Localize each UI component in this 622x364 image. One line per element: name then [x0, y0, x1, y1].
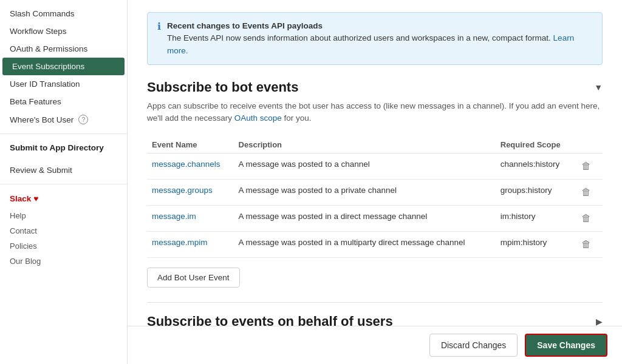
sidebar-item-label: Review & Submit: [10, 166, 72, 175]
sidebar-section-submit: Submit to App Directory: [0, 139, 127, 157]
info-banner-title: Recent changes to Events API payloads: [167, 21, 323, 30]
event-name-cell: message.mpim: [147, 232, 234, 258]
info-banner-description: The Events API now sends information abo…: [167, 33, 551, 42]
event-name-cell: message.channels: [147, 153, 234, 180]
sidebar-item-label: Slash Commands: [10, 9, 75, 18]
col-actions: [573, 136, 603, 153]
event-action-cell: 🗑: [573, 180, 603, 206]
main-panel: ℹ Recent changes to Events API payloads …: [128, 0, 622, 364]
col-description: Description: [234, 136, 496, 153]
sidebar-item-label: Event Subscriptions: [12, 62, 84, 71]
sidebar-item-oauth-permissions[interactable]: OAuth & Permissions: [0, 40, 127, 58]
brand-name: Slack: [10, 194, 31, 203]
sidebar-footer-help[interactable]: Help: [0, 208, 127, 223]
help-icon: ?: [78, 115, 88, 124]
sidebar-item-label: User ID Translation: [10, 79, 80, 89]
behalf-section-title: Subscribe to events on behalf of users: [147, 314, 393, 326]
sidebar-footer-blog[interactable]: Our Blog: [0, 254, 127, 269]
bot-events-desc-end: for you.: [284, 113, 311, 123]
chevron-down-icon: ▼: [594, 83, 603, 92]
sidebar-item-label: Beta Features: [10, 97, 61, 106]
section-header-label: Submit to App Directory: [10, 143, 104, 152]
behalf-section: Subscribe to events on behalf of users ▶: [147, 302, 603, 326]
sidebar-footer-contact[interactable]: Contact: [0, 223, 127, 238]
sidebar-item-label: Where's Bot User: [10, 115, 73, 124]
bot-events-desc-text: Apps can subscribe to receive events the…: [147, 101, 600, 123]
slack-brand: Slack ♥: [0, 189, 127, 208]
table-row: message.imA message was posted in a dire…: [147, 206, 603, 232]
event-name-link[interactable]: message.im: [152, 212, 196, 221]
delete-event-button[interactable]: 🗑: [578, 160, 595, 173]
table-row: message.mpimA message was posted in a mu…: [147, 232, 603, 258]
bot-events-header: Subscribe to bot events ▼: [147, 79, 603, 95]
table-row: message.channelsA message was posted to …: [147, 153, 603, 180]
footer-link-label: Policies: [10, 241, 37, 251]
footer-link-label: Help: [10, 211, 26, 220]
main-content: ℹ Recent changes to Events API payloads …: [128, 0, 622, 326]
sidebar-item-label: Workflow Steps: [10, 27, 67, 36]
info-icon: ℹ: [157, 21, 161, 32]
event-scope-cell: channels:history: [496, 153, 573, 180]
event-scope-cell: im:history: [496, 206, 573, 232]
event-description-cell: A message was posted in a multiparty dir…: [234, 232, 496, 258]
footer-bar: Discard Changes Save Changes: [128, 326, 622, 364]
col-event-name: Event Name: [147, 136, 234, 153]
save-changes-button[interactable]: Save Changes: [525, 334, 607, 357]
sidebar-item-slash-commands[interactable]: Slash Commands: [0, 5, 127, 22]
col-required-scope: Required Scope: [496, 136, 573, 153]
events-table: Event Name Description Required Scope me…: [147, 136, 603, 258]
sidebar-footer-policies[interactable]: Policies: [0, 238, 127, 254]
event-scope-cell: mpim:history: [496, 232, 573, 258]
add-bot-user-event-button[interactable]: Add Bot User Event: [147, 268, 240, 288]
event-name-cell: message.groups: [147, 180, 234, 206]
bot-events-title: Subscribe to bot events: [147, 79, 298, 95]
event-action-cell: 🗑: [573, 153, 603, 180]
heart-icon: ♥: [33, 194, 38, 203]
sidebar-item-beta-features[interactable]: Beta Features: [0, 93, 127, 110]
chevron-right-icon: ▶: [596, 317, 603, 326]
sidebar-item-wheres-bot-user[interactable]: Where's Bot User ?: [0, 110, 127, 129]
event-name-link[interactable]: message.channels: [152, 160, 220, 169]
sidebar-item-user-id-translation[interactable]: User ID Translation: [0, 75, 127, 93]
event-description-cell: A message was posted to a channel: [234, 153, 496, 180]
info-banner-text: Recent changes to Events API payloads Th…: [167, 20, 592, 57]
sidebar-item-review-submit[interactable]: Review & Submit: [0, 161, 127, 179]
event-description-cell: A message was posted to a private channe…: [234, 180, 496, 206]
event-action-cell: 🗑: [573, 206, 603, 232]
event-name-link[interactable]: message.groups: [152, 186, 213, 195]
bot-events-description: Apps can subscribe to receive events the…: [147, 100, 603, 125]
sidebar-item-label: OAuth & Permissions: [10, 44, 87, 53]
table-row: message.groupsA message was posted to a …: [147, 180, 603, 206]
sidebar: Slash Commands Workflow Steps OAuth & Pe…: [0, 0, 128, 364]
delete-event-button[interactable]: 🗑: [578, 238, 595, 251]
info-banner: ℹ Recent changes to Events API payloads …: [147, 12, 603, 65]
event-name-link[interactable]: message.mpim: [152, 238, 208, 247]
event-name-cell: message.im: [147, 206, 234, 232]
footer-link-label: Our Blog: [10, 257, 41, 266]
delete-event-button[interactable]: 🗑: [578, 186, 595, 199]
event-action-cell: 🗑: [573, 232, 603, 258]
discard-changes-button[interactable]: Discard Changes: [429, 334, 518, 357]
oauth-scope-link[interactable]: OAuth scope: [234, 113, 282, 123]
sidebar-item-workflow-steps[interactable]: Workflow Steps: [0, 22, 127, 40]
event-description-cell: A message was posted in a direct message…: [234, 206, 496, 232]
event-scope-cell: groups:history: [496, 180, 573, 206]
sidebar-item-event-subscriptions[interactable]: Event Subscriptions: [2, 58, 125, 75]
footer-link-label: Contact: [10, 226, 37, 235]
delete-event-button[interactable]: 🗑: [578, 212, 595, 225]
